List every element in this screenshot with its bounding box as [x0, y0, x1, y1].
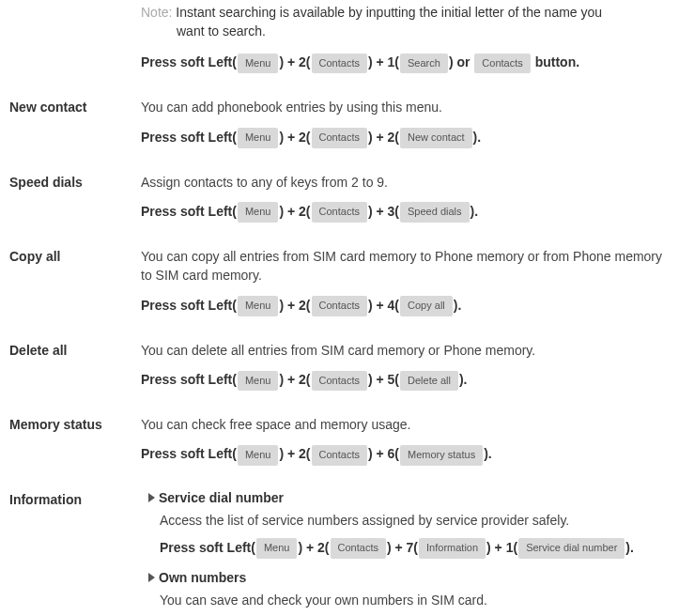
- memory-status-button: Memory status: [400, 445, 483, 466]
- memory-status-desc: You can check free space and memory usag…: [141, 415, 666, 434]
- note-text-2: want to search.: [141, 23, 666, 41]
- contacts-button: Contacts: [312, 296, 367, 316]
- section-label-information: Information: [9, 490, 141, 507]
- arrow-icon: [148, 493, 155, 502]
- menu-button: Menu: [256, 538, 298, 559]
- press-memory-status: Press soft Left(Menu) + 2(Contacts) + 6(…: [141, 443, 666, 465]
- section-label-copy-all: Copy all: [9, 247, 141, 264]
- delete-all-desc: You can delete all entries from SIM card…: [141, 341, 666, 360]
- menu-button: Menu: [238, 202, 279, 223]
- menu-button: Menu: [238, 54, 279, 74]
- note-label: Note:: [141, 5, 172, 20]
- contacts-button: Contacts: [312, 445, 367, 466]
- sub-heading-own-numbers: Own numbers: [148, 570, 666, 585]
- press-speed-dials: Press soft Left(Menu) + 2(Contacts) + 3(…: [141, 201, 666, 223]
- contacts-button: Contacts: [312, 371, 367, 392]
- press-new-contact: Press soft Left(Menu) + 2(Contacts) + 2(…: [141, 127, 666, 148]
- copy-all-button: Copy all: [400, 296, 453, 316]
- menu-button: Menu: [238, 128, 279, 148]
- section-label-new-contact: New contact: [9, 98, 141, 115]
- arrow-icon: [148, 573, 155, 582]
- speed-dials-button: Speed dials: [400, 202, 470, 223]
- press-service-dial: Press soft Left(Menu) + 2(Contacts) + 7(…: [160, 537, 666, 559]
- copy-all-desc: You can copy all entries from SIM card m…: [141, 247, 666, 285]
- speed-dials-desc: Assign contacts to any of keys from 2 to…: [141, 173, 666, 192]
- contacts-button: Contacts: [312, 202, 367, 223]
- sub-heading-service-dial: Service dial number: [148, 490, 666, 505]
- press-delete-all: Press soft Left(Menu) + 2(Contacts) + 5(…: [141, 369, 666, 391]
- new-contact-button: New contact: [400, 128, 472, 148]
- service-dial-desc: Access the list of service numbers assig…: [160, 511, 666, 530]
- section-label-speed-dials: Speed dials: [9, 173, 141, 190]
- menu-button: Menu: [238, 296, 279, 316]
- contacts-button: Contacts: [312, 128, 367, 148]
- search-button: Search: [400, 54, 448, 74]
- contacts-button: Contacts: [312, 54, 367, 74]
- press-search: Press soft Left(Menu) + 2(Contacts) + 1(…: [141, 52, 666, 73]
- contacts-button-2: Contacts: [474, 54, 530, 74]
- delete-all-button: Delete all: [400, 371, 458, 392]
- note-text-1: Instant searching is available by inputt…: [176, 5, 602, 20]
- new-contact-desc: You can add phonebook entries by using t…: [141, 98, 666, 116]
- menu-button: Menu: [238, 371, 279, 392]
- section-label-delete-all: Delete all: [9, 341, 141, 358]
- contacts-button: Contacts: [331, 538, 386, 559]
- menu-button: Menu: [238, 445, 279, 466]
- service-dial-button: Service dial number: [518, 538, 625, 559]
- information-button: Information: [419, 538, 486, 559]
- press-copy-all: Press soft Left(Menu) + 2(Contacts) + 4(…: [141, 295, 666, 316]
- section-label-memory-status: Memory status: [9, 415, 141, 432]
- note: Note: Instant searching is available by …: [141, 4, 666, 40]
- own-numbers-desc: You can save and check your own numbers …: [160, 591, 666, 609]
